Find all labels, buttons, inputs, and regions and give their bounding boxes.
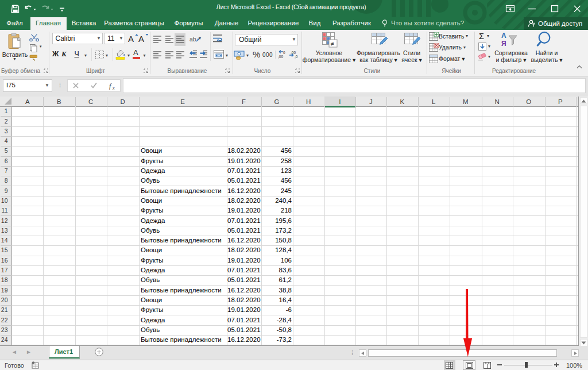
svg-text:,00: ,00 — [278, 55, 283, 59]
svg-text:A: A — [138, 34, 144, 44]
svg-text:≠: ≠ — [331, 40, 334, 47]
svg-text:A: A — [128, 34, 134, 44]
svg-text:0: 0 — [283, 51, 285, 55]
svg-text:Я: Я — [501, 40, 506, 48]
svg-text:А: А — [501, 32, 506, 40]
svg-text:x: x — [112, 86, 115, 90]
svg-text:f: f — [109, 82, 112, 90]
svg-text:ab: ab — [189, 36, 196, 43]
